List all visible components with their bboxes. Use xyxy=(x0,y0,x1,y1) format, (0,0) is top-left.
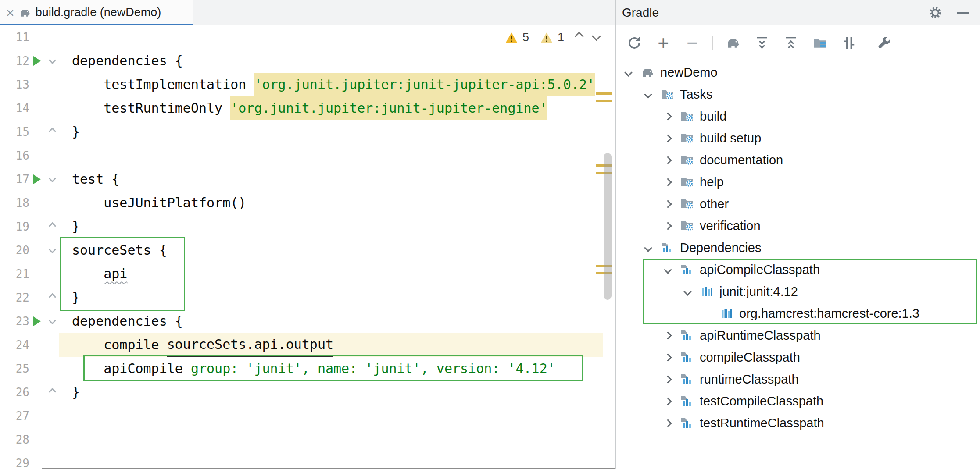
code-text[interactable]: } xyxy=(59,380,603,404)
fold-close-icon xyxy=(49,222,56,230)
chevron-right-icon[interactable] xyxy=(664,156,672,164)
chevron-right-icon[interactable] xyxy=(664,375,672,383)
tree-chevron-slot xyxy=(664,398,680,404)
fold-toggle[interactable] xyxy=(44,248,59,253)
fold-toggle[interactable] xyxy=(44,390,59,395)
code-text[interactable] xyxy=(59,144,603,167)
run-line-button[interactable] xyxy=(29,56,44,66)
code-text[interactable] xyxy=(59,451,603,469)
chevron-right-icon[interactable] xyxy=(664,134,672,142)
tree-item[interactable]: documentation xyxy=(616,149,980,171)
gradle-settings-icon[interactable] xyxy=(875,34,893,52)
tree-item[interactable]: verification xyxy=(616,215,980,237)
run-line-button[interactable] xyxy=(29,316,44,326)
chevron-down-icon[interactable] xyxy=(644,90,652,98)
expand-all-icon[interactable] xyxy=(753,34,771,52)
add-icon[interactable]: + xyxy=(655,34,672,52)
gradle-run-task-icon[interactable] xyxy=(724,34,742,52)
task-folder-icon xyxy=(680,197,694,211)
chevron-down-icon[interactable] xyxy=(624,68,632,76)
gradle-panel-header: Gradle xyxy=(616,0,980,25)
error-stripe-mark[interactable] xyxy=(596,100,612,102)
chevron-down-icon[interactable] xyxy=(683,288,691,295)
group-modules-icon[interactable] xyxy=(811,34,829,52)
code-text[interactable]: compile sourceSets.api.output xyxy=(59,333,603,357)
chevron-right-icon[interactable] xyxy=(664,397,672,405)
tree-item[interactable]: compileClasspath xyxy=(616,346,980,368)
tree-item[interactable]: build xyxy=(616,105,980,127)
error-stripe-mark[interactable] xyxy=(596,92,612,95)
tree-item[interactable]: testRuntimeClasspath xyxy=(616,412,980,434)
library-icon xyxy=(719,306,733,320)
code-text[interactable]: sourceSets { xyxy=(59,238,603,262)
fold-toggle[interactable] xyxy=(44,319,59,324)
chevron-right-icon[interactable] xyxy=(664,419,672,427)
warnings-weak[interactable]: 1 xyxy=(540,31,564,44)
tree-item[interactable]: apiCompileClasspath xyxy=(616,259,980,281)
tree-chevron-slot xyxy=(664,267,680,273)
tree-chevron-slot xyxy=(664,201,680,207)
fold-toggle[interactable] xyxy=(44,58,59,64)
chevron-right-icon[interactable] xyxy=(664,331,672,339)
dependencies-icon xyxy=(660,241,674,255)
code-text[interactable]: dependencies { xyxy=(59,49,603,73)
code-text[interactable] xyxy=(59,404,603,428)
gradle-file-icon xyxy=(19,7,31,19)
warnings-strong[interactable]: 5 xyxy=(504,31,529,44)
tree-item-label: runtimeClasspath xyxy=(700,372,799,387)
minimize-icon[interactable] xyxy=(957,12,969,14)
tree-item[interactable]: other xyxy=(616,193,980,215)
close-icon[interactable]: × xyxy=(6,6,14,20)
gear-icon[interactable] xyxy=(928,6,942,20)
code-token: } xyxy=(72,120,80,144)
tree-item[interactable]: Dependencies xyxy=(616,237,980,259)
chevron-right-icon[interactable] xyxy=(664,200,672,208)
tree-item-label: documentation xyxy=(700,153,783,167)
tree-item[interactable]: build setup xyxy=(616,127,980,149)
code-text[interactable]: test { xyxy=(59,167,603,191)
prev-warning-icon[interactable] xyxy=(575,32,584,41)
remove-icon[interactable]: − xyxy=(683,34,701,52)
tree-item[interactable]: testCompileClasspath xyxy=(616,390,980,412)
code-text[interactable]: dependencies { xyxy=(59,309,603,333)
chevron-right-icon[interactable] xyxy=(664,222,672,230)
gradle-tree: newDemoTasksbuildbuild setupdocumentatio… xyxy=(616,61,980,434)
tree-item-label: help xyxy=(700,175,724,189)
collapse-all-icon[interactable] xyxy=(782,34,800,52)
code-token: sourceSets { xyxy=(72,238,167,262)
code-text[interactable]: testRuntimeOnly 'org.junit.jupiter:junit… xyxy=(59,96,603,120)
toolbar-separator xyxy=(712,36,713,50)
chevron-right-icon[interactable] xyxy=(664,112,672,120)
code-text[interactable]: } xyxy=(59,286,603,309)
fold-toggle[interactable] xyxy=(44,224,59,229)
tree-item[interactable]: Tasks xyxy=(616,83,980,105)
code-text[interactable]: useJUnitPlatform() xyxy=(59,191,603,215)
toggle-offline-mode-icon[interactable] xyxy=(840,34,858,52)
chevron-right-icon[interactable] xyxy=(664,353,672,361)
tree-item[interactable]: junit:junit:4.12 xyxy=(616,281,980,302)
chevron-down-icon[interactable] xyxy=(664,266,672,274)
scrollbar-thumb[interactable] xyxy=(604,153,612,300)
code-text[interactable]: } xyxy=(59,120,603,144)
code-text[interactable]: testImplementation 'org.junit.jupiter:ju… xyxy=(59,73,603,96)
code-text[interactable]: api xyxy=(59,262,603,286)
dependencies-icon xyxy=(680,350,694,364)
code-token: apiCompile xyxy=(72,357,191,380)
fold-toggle[interactable] xyxy=(44,295,59,300)
fold-toggle[interactable] xyxy=(44,177,59,182)
chevron-down-icon[interactable] xyxy=(644,244,652,252)
code-text[interactable] xyxy=(59,428,603,451)
line-number: 11 xyxy=(0,31,29,44)
chevron-right-icon[interactable] xyxy=(664,178,672,186)
tree-item[interactable]: apiRuntimeClasspath xyxy=(616,324,980,346)
tab-build-gradle[interactable]: × build.gradle (newDemo) xyxy=(0,0,193,25)
code-text[interactable]: } xyxy=(59,215,603,238)
fold-toggle[interactable] xyxy=(44,129,59,135)
tree-item[interactable]: newDemo xyxy=(616,61,980,83)
tree-item[interactable]: org.hamcrest:hamcrest-core:1.3 xyxy=(616,302,980,324)
run-line-button[interactable] xyxy=(29,174,44,184)
refresh-icon[interactable] xyxy=(626,34,643,52)
tree-item[interactable]: help xyxy=(616,171,980,193)
code-text[interactable]: apiCompile group: 'junit', name: 'junit'… xyxy=(59,357,603,380)
tree-item[interactable]: runtimeClasspath xyxy=(616,368,980,390)
